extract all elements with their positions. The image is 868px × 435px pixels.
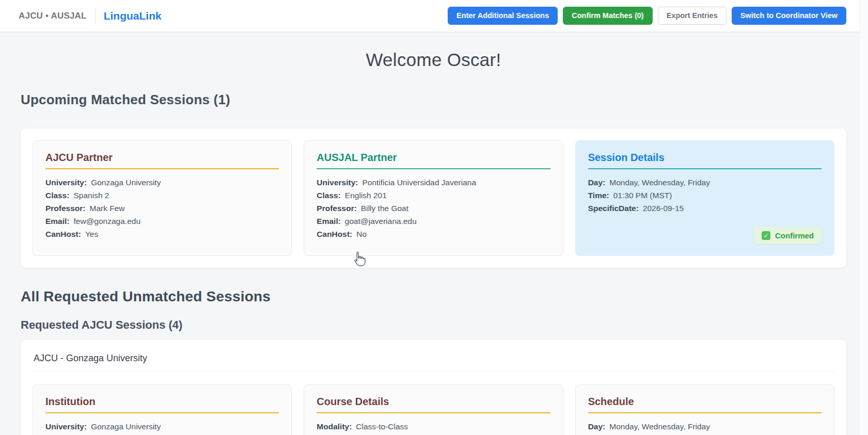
scrollbar[interactable] (859, 0, 868, 435)
field-value: Mark Few (90, 204, 125, 213)
field-label: Modality: (317, 422, 352, 431)
confirm-matches-button[interactable]: Confirm Matches (0) (563, 7, 652, 25)
switch-coordinator-view-button[interactable]: Switch to Coordinator View (732, 7, 846, 25)
field-value: few@gonzaga.edu (74, 217, 141, 225)
field-value: Gonzaga University (91, 178, 161, 187)
field-label: Day: (588, 422, 606, 431)
field-value: No (356, 230, 367, 238)
field-row: Professor:Mark Few (45, 433, 279, 435)
field-label: University: (45, 178, 87, 187)
ausjal-partner-card: AUSJAL Partner University:Pontificia Uni… (304, 140, 563, 256)
field-label: Professor: (317, 204, 357, 213)
ausjal-partner-title: AUSJAL Partner (317, 151, 550, 169)
field-row: Time:01:30 PM (MST) (588, 189, 822, 202)
field-row: Email:few@gonzaga.edu (45, 215, 279, 228)
field-label: Class: (317, 191, 341, 200)
check-icon: ✓ (762, 231, 770, 240)
export-entries-button[interactable]: Export Entries (658, 7, 727, 25)
field-row: CanHost:No (317, 228, 550, 240)
field-row: University:Gonzaga University (45, 420, 279, 433)
institution-card: Institution University:Gonzaga Universit… (33, 384, 292, 435)
field-value: Class-to-Class (356, 422, 408, 431)
group-title: AJCU - Gonzaga University (33, 352, 834, 364)
field-label: Class: (45, 191, 70, 200)
field-row: Language level:Intermediate (317, 433, 550, 435)
requested-ajcu-panel: AJCU - Gonzaga University Institution Un… (21, 340, 846, 435)
field-value: Billy the Goat (361, 204, 408, 213)
field-value: 2026-09-15 (643, 204, 684, 213)
field-value: goat@javeriana.edu (345, 217, 417, 225)
course-details-card: Course Details Modality:Class-to-Class L… (304, 384, 563, 435)
nav-actions: Enter Additional Sessions Confirm Matche… (448, 7, 846, 25)
field-value: 01:30 PM (MST) (613, 191, 672, 200)
unmatched-sessions-heading: All Requested Unmatched Sessions (21, 288, 846, 305)
schedule-card: Schedule Day:Monday, Wednesday, Friday T… (575, 384, 834, 435)
field-row: Day:Monday, Wednesday, Friday (588, 420, 822, 433)
nav-brand-group: AJCU • AUSJAL LinguaLink (19, 8, 162, 24)
session-details-title: Session Details (588, 151, 822, 169)
matched-sessions-panel: AJCU Partner University:Gonzaga Universi… (21, 128, 846, 268)
ajcu-partner-card: AJCU Partner University:Gonzaga Universi… (33, 140, 292, 256)
org-label: AJCU • AUSJAL (19, 11, 87, 21)
field-label: Email: (45, 217, 70, 225)
field-row: Class:Spanish 2 (45, 189, 279, 202)
badge-label: Confirmed (775, 231, 814, 240)
matched-sessions-grid: AJCU Partner University:Gonzaga Universi… (33, 140, 834, 256)
field-value: Monday, Wednesday, Friday (609, 178, 710, 187)
field-label: CanHost: (45, 230, 81, 238)
field-value: Monday, Wednesday, Friday (609, 422, 710, 431)
field-label: Day: (588, 178, 606, 187)
field-row: Time:12:30 PM (MST) (588, 433, 822, 435)
field-label: University: (45, 422, 87, 431)
field-label: University: (317, 178, 358, 187)
field-row: University:Pontificia Universidad Javeri… (317, 176, 550, 189)
field-row: Email:goat@javeriana.edu (317, 215, 550, 228)
app-window: AJCU • AUSJAL LinguaLink Enter Additiona… (0, 0, 868, 435)
field-row: Professor:Mark Few (45, 202, 279, 215)
ajcu-partner-title: AJCU Partner (45, 151, 279, 169)
confirmed-status-badge: ✓ Confirmed (754, 227, 822, 244)
field-label: Time: (588, 191, 609, 200)
field-row: University:Gonzaga University (45, 176, 279, 189)
field-value: Gonzaga University (91, 422, 161, 431)
field-value: Spanish 2 (74, 191, 109, 200)
field-value: English 201 (345, 191, 387, 200)
field-label: CanHost: (317, 230, 352, 238)
field-row: Professor:Billy the Goat (317, 202, 550, 215)
badge-container: ✓ Confirmed (588, 227, 822, 244)
field-label: Professor: (45, 204, 86, 213)
requested-ajcu-subheading: Requested AJCU Sessions (4) (21, 318, 846, 332)
top-nav: AJCU • AUSJAL LinguaLink Enter Additiona… (0, 0, 868, 32)
field-value: Pontificia Universidad Javeriana (362, 178, 476, 187)
schedule-title: Schedule (588, 395, 822, 413)
field-label: SpecificDate: (588, 204, 639, 213)
field-value: Yes (85, 230, 98, 238)
field-row: CanHost:Yes (45, 228, 279, 240)
requested-sessions-grid: Institution University:Gonzaga Universit… (33, 384, 834, 435)
session-details-card: Session Details Day:Monday, Wednesday, F… (575, 140, 834, 256)
welcome-title: Welcome Oscar! (21, 50, 846, 70)
field-row: Class:English 201 (317, 189, 550, 202)
main-content: Welcome Oscar! Upcoming Matched Sessions… (0, 50, 868, 435)
matched-sessions-heading: Upcoming Matched Sessions (1) (21, 92, 846, 108)
field-row: Day:Monday, Wednesday, Friday (588, 176, 822, 189)
field-row: Modality:Class-to-Class (317, 420, 550, 433)
field-label: Email: (317, 217, 341, 225)
brand-logo[interactable]: LinguaLink (104, 10, 162, 22)
institution-title: Institution (45, 395, 279, 413)
course-details-title: Course Details (317, 395, 550, 413)
enter-additional-sessions-button[interactable]: Enter Additional Sessions (448, 7, 558, 25)
field-row: SpecificDate:2026-09-15 (588, 202, 822, 215)
group-divider (33, 372, 834, 372)
nav-divider (95, 8, 96, 24)
